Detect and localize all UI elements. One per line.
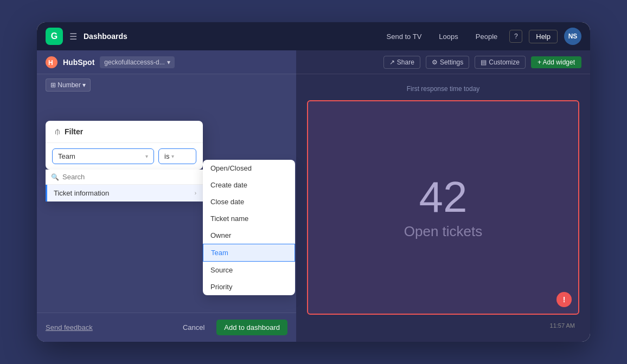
submenu-close-date[interactable]: Close date <box>203 193 295 210</box>
operator-dropdown[interactable]: is ▾ <box>158 148 196 164</box>
submenu-team[interactable]: Team <box>203 244 295 262</box>
settings-button[interactable]: ⚙ Settings <box>426 56 469 69</box>
dashboard-area: First response time today 42 Open ticket… <box>296 74 590 342</box>
submenu-open-closed[interactable]: Open/Closed <box>203 160 295 177</box>
filter-panel: ⫛ Filter Team ▾ is ▾ 🔍 <box>46 121 203 170</box>
left-panel: H HubSpot geckofullaccesss-d... ▾ ⊞ Numb… <box>37 50 296 342</box>
filter-title: Filter <box>65 127 83 136</box>
submenu-source[interactable]: Source <box>203 262 295 278</box>
filter-header: ⫛ Filter <box>46 121 203 143</box>
hubspot-logo-icon: H <box>46 56 57 68</box>
filter-selects: Team ▾ is ▾ <box>46 143 203 170</box>
widget-number: 42 <box>419 176 468 219</box>
right-panel: ↗ Share ⚙ Settings ▤ Customize + Add wid… <box>296 50 590 342</box>
ticket-information-category[interactable]: Ticket information › <box>46 185 203 202</box>
avatar[interactable]: NS <box>564 28 581 45</box>
customize-button[interactable]: ▤ Customize <box>475 56 526 69</box>
main-area: H HubSpot geckofullaccesss-d... ▾ ⊞ Numb… <box>37 50 590 342</box>
submenu-panel: Open/Closed Create date Close date Ticke… <box>203 160 295 295</box>
submenu-ticket-name[interactable]: Ticket name <box>203 210 295 227</box>
nav-dashboards-label: Dashboards <box>84 32 127 41</box>
chevron-right-icon: › <box>195 190 196 196</box>
widget-label: Open tickets <box>404 223 483 240</box>
loops-button[interactable]: Loops <box>433 29 463 44</box>
submenu-owner[interactable]: Owner <box>203 227 295 244</box>
filter-icon: ⫛ <box>54 128 61 136</box>
hamburger-icon[interactable]: ☰ <box>69 31 77 42</box>
help-button[interactable]: Help <box>529 30 558 43</box>
widget-card: 42 Open tickets ! <box>307 100 579 315</box>
data-type-row: ⊞ Number ▾ <box>37 74 296 96</box>
share-button[interactable]: ↗ Share <box>383 56 420 69</box>
left-sub-header: H HubSpot geckofullaccesss-d... ▾ <box>37 50 296 74</box>
add-to-dashboard-button[interactable]: Add to dashboard <box>216 320 287 335</box>
search-input[interactable] <box>62 173 197 181</box>
error-badge[interactable]: ! <box>556 292 572 307</box>
account-dropdown[interactable]: geckofullaccesss-d... ▾ <box>100 56 174 68</box>
send-feedback-button[interactable]: Send feedback <box>46 323 93 332</box>
search-icon: 🔍 <box>51 173 59 181</box>
send-to-tv-button[interactable]: Send to TV <box>381 29 427 44</box>
submenu-create-date[interactable]: Create date <box>203 177 295 193</box>
first-response-label: First response time today <box>307 85 579 93</box>
people-button[interactable]: People <box>470 29 503 44</box>
hubspot-title: HubSpot <box>63 58 94 67</box>
question-button[interactable]: ? <box>509 30 522 43</box>
svg-text:H: H <box>48 59 53 67</box>
submenu-priority[interactable]: Priority <box>203 278 295 295</box>
add-widget-button[interactable]: + Add widget <box>531 56 581 68</box>
timestamp: 11:57 AM <box>307 320 579 331</box>
data-type-select[interactable]: ⊞ Number ▾ <box>46 79 91 92</box>
right-sub-header: ↗ Share ⚙ Settings ▤ Customize + Add wid… <box>296 50 590 74</box>
dropdown-menu: 🔍 Ticket information › <box>46 170 203 202</box>
top-nav: G ☰ Dashboards Send to TV Loops People ?… <box>37 22 590 50</box>
bottom-bar: Send feedback Cancel Add to dashboard <box>37 313 296 342</box>
cancel-button[interactable]: Cancel <box>176 320 211 335</box>
field-dropdown[interactable]: Team ▾ <box>52 148 154 164</box>
nav-logo: G <box>46 28 63 45</box>
search-row: 🔍 <box>46 170 203 185</box>
